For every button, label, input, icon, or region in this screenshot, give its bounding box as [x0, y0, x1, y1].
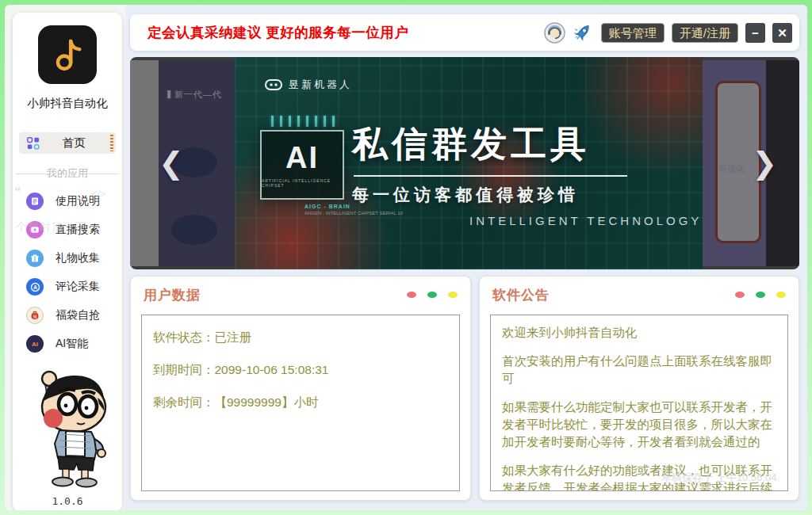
sidebar-item-lucky-bag[interactable]: 福 福袋自抢 [13, 301, 122, 330]
gift-icon [26, 250, 44, 267]
carousel-next-arrow[interactable]: ❯ [752, 148, 777, 178]
version-label: 1.0.6 [13, 495, 122, 507]
banner-title: 私信群发工具 [352, 120, 627, 168]
brand-name: 昱新机器人 [289, 78, 352, 92]
app-window: 小帅抖音自动化 首页 我的应用 ❝ </> 个暂时顶一下 使用说明 [0, 0, 812, 515]
minimize-button[interactable]: − [745, 23, 765, 43]
svg-text:福: 福 [33, 314, 37, 319]
announcement-panel: 软件公告 欢迎来到小帅抖音自动化 首次安装的用户有什么问题点上面联系在线客服即可… [479, 276, 799, 501]
video-play-icon [26, 221, 44, 238]
sidebar-item-gift-collect[interactable]: 礼物收集 [13, 244, 122, 273]
carousel-prev-arrow[interactable]: ❮ [159, 148, 184, 178]
red-dot [735, 292, 745, 298]
next-slide[interactable]: 可视化 [703, 60, 799, 266]
ai-chip-graphic: AI ARTIFICIAL INTELLIGENCE CHIPSET [260, 130, 344, 200]
announcement-paragraph: 如果需要什么功能定制大家也可以联系开发者，开发者平时比较忙，要开发的项目很多，所… [502, 399, 776, 451]
traffic-dots [735, 292, 786, 298]
red-dot [407, 292, 416, 298]
banner-subtitle: 每一位访客都值得被珍惜 [352, 184, 627, 206]
announcement-title: 软件公告 [492, 286, 550, 304]
customer-service-avatar[interactable] [544, 22, 565, 44]
software-status: 软件状态：已注册 [153, 330, 448, 346]
chip-pins [271, 116, 335, 127]
sidebar-item-usage-guide[interactable]: 使用说明 [13, 187, 122, 216]
ai-robot-icon: AI [26, 335, 44, 353]
yellow-dot [776, 292, 786, 298]
section-divider: 我的应用 [16, 166, 119, 181]
banner-slide[interactable]: 昱新机器人 AI ARTIFICIAL INTELLIGENCE CHIPSET… [235, 57, 703, 269]
sidebar-item-ai[interactable]: AI AI智能 [13, 330, 122, 358]
register-button[interactable]: 开通/注册 [672, 23, 738, 43]
shin-chan-mascot [21, 363, 113, 488]
sidebar-item-comment-collect[interactable]: A 评论采集 [13, 273, 122, 301]
remaining-time: 剩余时间：【99999999】小时 [153, 395, 448, 411]
account-manage-button[interactable]: 账号管理 [601, 23, 665, 43]
app-logo [38, 25, 97, 84]
green-dot [756, 292, 765, 298]
circled-a-icon: A [26, 278, 44, 296]
banner-brand: 昱新机器人 [265, 78, 352, 92]
home-label: 首页 [40, 135, 108, 151]
green-dot [427, 292, 437, 298]
grid-icon [27, 137, 40, 150]
banner-carousel: ▍新一代—代 可视化 昱新机器人 AI ARTIFICIAL INTELLIG [130, 57, 799, 269]
user-data-title: 用户数据 [144, 286, 201, 304]
douyin-note-icon [47, 34, 88, 75]
announcement-box: 欢迎来到小帅抖音自动化 首次安装的用户有什么问题点上面联系在线客服即可 如果需要… [490, 315, 788, 491]
sidebar-item-home[interactable]: 首页 [19, 132, 116, 154]
svg-text:A: A [33, 284, 36, 290]
announcement-paragraph: 欢迎来到小帅抖音自动化 [502, 324, 776, 341]
app-title: 小帅抖音自动化 [13, 96, 122, 111]
svg-text:AI: AI [32, 341, 38, 348]
banner-title-block: 私信群发工具 每一位访客都值得被珍惜 [352, 120, 627, 206]
user-data-panel: 用户数据 软件状态：已注册 到期时间：2099-10-06 15:08:31 剩… [130, 276, 471, 501]
sidebar-nav: 使用说明 直播搜索 礼物收集 A 评论采集 [13, 187, 122, 358]
traffic-dots [407, 292, 458, 298]
user-data-box: 软件状态：已注册 到期时间：2099-10-06 15:08:31 剩余时间：【… [141, 315, 460, 491]
rocket-icon[interactable] [573, 22, 594, 44]
sidebar: 小帅抖音自动化 首页 我的应用 ❝ </> 个暂时顶一下 使用说明 [13, 13, 122, 510]
lucky-bag-icon: 福 [26, 307, 44, 324]
announcement-paragraph: 首次安装的用户有什么问题点上面联系在线客服即可 [502, 353, 776, 387]
banner-tagline: INTELLIGENT TECHNOLOGY [469, 214, 702, 227]
title-bar: 定会认真采纳建议 更好的服务每一位用户 账号管理 开通/注册 − ✕ [130, 14, 799, 51]
sidebar-item-live-search[interactable]: 直播搜索 [13, 216, 122, 244]
draft-saved-note: 草稿保存于 上午10:56:04. [661, 471, 779, 485]
notice-text: 定会认真采纳建议 更好的服务每一位用户 [147, 23, 537, 42]
yellow-dot [448, 292, 458, 298]
close-button[interactable]: ✕ [772, 23, 792, 43]
robot-head-icon [265, 78, 282, 91]
expire-time: 到期时间：2099-10-06 15:08:31 [153, 362, 448, 379]
document-icon [26, 193, 44, 210]
active-indicator [110, 135, 113, 151]
